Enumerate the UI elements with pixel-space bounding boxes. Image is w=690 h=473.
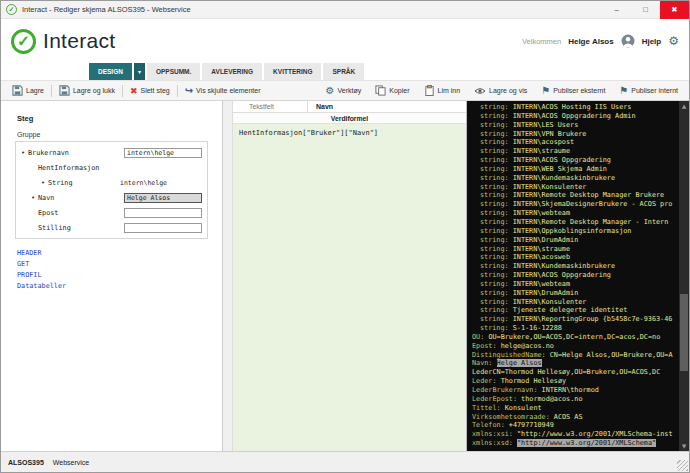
publiser-internt-button[interactable]: ⚑Publiser internt	[612, 81, 685, 100]
debug-console: string: INTERN\ACOS Hosting IIS Usersstr…	[467, 101, 689, 451]
console-value: INTERN\DrumAdmin	[513, 236, 578, 244]
minimize-button[interactable]: –	[602, 1, 631, 19]
status-form-id: ALSOS395	[8, 459, 44, 466]
toolbar-left-group: LagreLagre og lukk✖Slett steg↪Vis skjult…	[5, 81, 268, 100]
titlebar: ✓ Interact - Rediger skjema ALSOS395 - W…	[1, 1, 689, 19]
toolbar-button-label: Slett steg	[140, 87, 169, 94]
app-check-icon: ✓	[9, 6, 15, 14]
lagre-og-vis-button[interactable]: Lagre og vis	[467, 81, 534, 100]
logo-check-glyph: ✓	[17, 32, 30, 50]
console-line: string: INTERN\Konsulenter	[472, 298, 679, 307]
section-links: HEADERGETPROFILDatatabeller	[17, 249, 222, 293]
console-line: LederBrukernavn: INTERN\thormod	[472, 386, 679, 395]
console-value: INTERN\VPN Brukere	[513, 130, 587, 138]
bullet-icon: •	[21, 149, 28, 157]
console-key: string:	[480, 315, 509, 323]
formula-editor[interactable]: HentInformasjon["Bruker"]["Navn"]	[233, 124, 466, 451]
close-button[interactable]: ✖	[660, 1, 689, 19]
console-value: helge@acos.no	[501, 342, 554, 350]
kopier-button[interactable]: Kopier	[368, 81, 416, 100]
toolbar-button-label: Publiser eksternt	[553, 87, 605, 94]
console-line: string: INTERN\acospost	[472, 138, 679, 147]
console-key: Virksomhetsomraade:	[472, 413, 550, 421]
tab-kvittering[interactable]: KVITTERING	[264, 63, 321, 80]
link-datatabeller[interactable]: Datatabeller	[17, 282, 222, 293]
console-value: INTERN\ACOS Oppgradering	[513, 271, 611, 279]
tab-avlevering[interactable]: AVLEVERING	[202, 63, 262, 80]
main-area: Steg Gruppe •BrukernavnHentInformasjon•S…	[1, 101, 689, 451]
bullet-icon: •	[41, 179, 48, 187]
field-input-epost[interactable]	[124, 208, 202, 218]
console-value: Helge Alsos	[497, 359, 542, 367]
field-label-brukernavn: Brukernavn	[28, 149, 69, 157]
console-key: string:	[480, 200, 509, 208]
console-line: DistinguishedName: CN=Helge Alsos,OU=Bru…	[472, 351, 679, 360]
console-value: INTERN\ACOS Oppgradering	[513, 156, 611, 164]
element-type-label: Tekstfelt	[233, 101, 308, 112]
console-value: INTERN\DrumAdmin	[513, 289, 578, 297]
console-value: INTERN\straume	[513, 245, 570, 253]
console-value: ACOS AS	[554, 413, 583, 421]
console-line: string: INTERN\Remote Desktop Manager - …	[472, 218, 679, 227]
maximize-button[interactable]: □	[631, 1, 660, 19]
settings-gear-icon[interactable]: ⚙	[668, 34, 679, 48]
console-line: string: S-1-16-12288	[472, 324, 679, 333]
user-avatar-icon[interactable]	[621, 34, 635, 48]
tab-spr-k[interactable]: SPRÅK	[323, 63, 364, 80]
slett-steg-button[interactable]: ✖Slett steg	[123, 81, 177, 100]
scroll-down-icon[interactable]: ▼	[679, 441, 689, 451]
link-profil[interactable]: PROFIL	[17, 271, 222, 282]
console-key: Navn:	[472, 359, 492, 367]
maximize-icon: □	[643, 5, 648, 14]
lim-inn-button[interactable]: Lim inn	[417, 81, 468, 100]
user-name-link[interactable]: Helge Alsos	[568, 37, 614, 46]
link-get[interactable]: GET	[17, 260, 222, 271]
console-line: Navn: Helge Alsos	[472, 359, 679, 368]
console-key: Tittel:	[472, 404, 501, 412]
console-scrollbar[interactable]: ▲ ▼	[679, 101, 689, 451]
toolbar-button-label: Vis skjulte elementer	[196, 87, 260, 94]
verkt-y-button[interactable]: ⚙Verktøy	[319, 81, 369, 100]
field-label-stilling: Stilling	[38, 224, 71, 232]
field-input-navn[interactable]	[124, 193, 202, 203]
console-key: string:	[480, 103, 509, 111]
field-input-stilling[interactable]	[124, 223, 202, 233]
field-input-brukernavn[interactable]	[124, 148, 202, 158]
console-value: INTERN\ACOS Oppgradering Admin	[513, 112, 636, 120]
console-key: string:	[480, 289, 509, 297]
gruppe-node[interactable]: Gruppe	[17, 131, 222, 138]
console-value: CN=Helge Alsos,OU=Brukere,OU=A	[550, 351, 673, 359]
tab-design[interactable]: DESIGN	[89, 63, 132, 80]
resize-grip[interactable]	[677, 460, 688, 471]
console-key: xmlns:xsd:	[472, 439, 513, 447]
welcome-text: Velkommen	[522, 37, 561, 46]
minimize-icon: –	[614, 5, 618, 14]
console-scrollbar-thumb[interactable]	[680, 294, 688, 371]
console-key: string:	[480, 165, 509, 173]
console-key: string:	[480, 245, 509, 253]
save-icon	[12, 85, 23, 96]
console-line: Leder: Thormod Hellesøy	[472, 377, 679, 386]
tab-oppsumm[interactable]: OPPSUMM.	[147, 63, 200, 80]
console-key: string:	[480, 138, 509, 146]
console-key: string:	[480, 147, 509, 155]
help-link[interactable]: Hjelp	[642, 37, 662, 46]
scroll-up-icon[interactable]: ▲	[679, 101, 689, 111]
console-key: string:	[480, 298, 509, 306]
tab-dropdown-caret-icon[interactable]: ▾	[134, 63, 145, 80]
editor-panel: Tekstfelt Navn Verdiformel HentInformasj…	[233, 101, 467, 451]
panel-scrollbar[interactable]	[223, 101, 233, 451]
console-line: string: INTERN\SkjemaDesignerBrukere - A…	[472, 200, 679, 209]
console-line: string: INTERN\Kundemaskinbrukere	[472, 262, 679, 271]
paste-icon	[424, 85, 435, 96]
link-header[interactable]: HEADER	[17, 249, 222, 260]
console-value: INTERN\webteam	[513, 209, 570, 217]
lagre-button[interactable]: Lagre	[5, 81, 51, 100]
console-key: Epost:	[472, 342, 497, 350]
lagre-og-lukk-button[interactable]: Lagre og lukk	[52, 81, 122, 100]
console-key: string:	[480, 218, 509, 226]
vis-skjulte-elementer-button[interactable]: ↪Vis skjulte elementer	[178, 81, 268, 100]
toolbar-button-label: Lagre	[26, 87, 44, 94]
console-line: string: INTERN\WEB Skjema Admin	[472, 165, 679, 174]
publiser-eksternt-button[interactable]: ⚑Publiser eksternt	[534, 81, 612, 100]
